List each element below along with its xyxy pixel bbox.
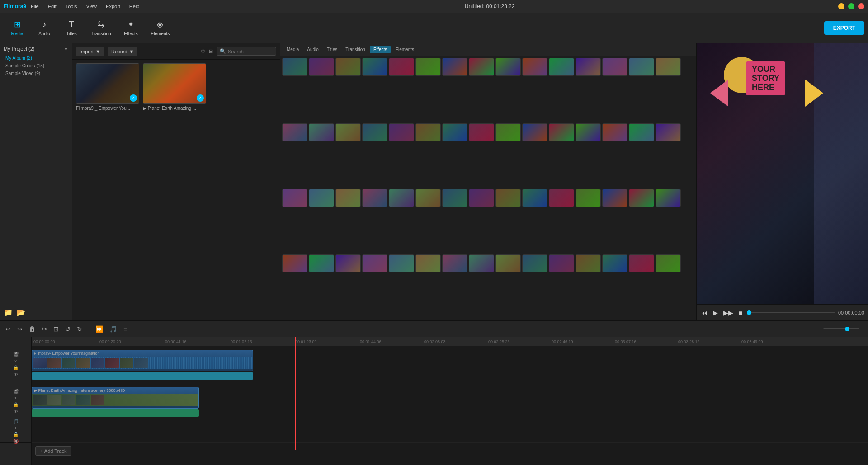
track-2-eye-icon[interactable]: 👁	[14, 372, 18, 377]
effect-item-8[interactable]	[495, 58, 521, 76]
project-header[interactable]: My Project (2) ▼	[0, 43, 72, 54]
export-button[interactable]: EXPORT	[824, 21, 864, 35]
effect-item-52[interactable]	[469, 254, 494, 272]
search-input[interactable]	[228, 49, 273, 54]
rotate-left-button[interactable]: ↺	[63, 324, 72, 333]
prev-frame-button[interactable]: ⏮	[700, 308, 708, 317]
speed-button[interactable]: ⏩	[94, 324, 105, 333]
effect-item-14[interactable]	[656, 58, 681, 76]
toolbar-media[interactable]: ⊞ Media	[4, 17, 31, 39]
effect-item-16[interactable]	[309, 123, 334, 141]
effect-item-13[interactable]	[629, 58, 654, 76]
effect-item-36[interactable]	[442, 189, 467, 207]
toolbar-elements[interactable]: ◈ Elements	[145, 17, 176, 39]
grid-icon[interactable]: ⊞	[209, 48, 213, 54]
effect-item-54[interactable]	[522, 254, 547, 272]
effect-item-17[interactable]	[335, 123, 361, 141]
effect-item-42[interactable]	[602, 189, 627, 207]
effect-item-10[interactable]	[549, 58, 574, 76]
effect-item-20[interactable]	[415, 123, 441, 141]
menu-export[interactable]: Export	[104, 3, 122, 10]
play-forward-button[interactable]: ▶▶	[722, 308, 734, 317]
effect-item-56[interactable]	[576, 254, 601, 272]
effect-item-46[interactable]	[309, 254, 334, 272]
stop-button[interactable]: ■	[738, 308, 743, 317]
minimize-button[interactable]	[838, 3, 844, 9]
effect-item-15[interactable]	[282, 123, 307, 141]
effect-item-3[interactable]	[362, 58, 387, 76]
effect-item-59[interactable]	[656, 254, 681, 272]
effect-item-31[interactable]	[309, 189, 334, 207]
tab-elements[interactable]: Elements	[392, 46, 418, 53]
media-item-2[interactable]: ✓ ▶ Planet Earth Amazing ...	[143, 63, 206, 111]
effect-item-5[interactable]	[415, 58, 441, 76]
effect-item-25[interactable]	[549, 123, 574, 141]
effect-item-50[interactable]	[415, 254, 441, 272]
tab-transition[interactable]: Transition	[342, 46, 369, 53]
tab-audio[interactable]: Audio	[303, 46, 322, 53]
tab-media[interactable]: Media	[283, 46, 302, 53]
crop-button[interactable]: ⊡	[52, 324, 61, 333]
effect-item-24[interactable]	[522, 123, 547, 141]
effect-item-57[interactable]	[602, 254, 627, 272]
zoom-slider[interactable]	[823, 328, 859, 329]
effect-item-18[interactable]	[362, 123, 387, 141]
effect-item-9[interactable]	[522, 58, 547, 76]
toolbar-titles[interactable]: T Titles	[58, 17, 85, 39]
effect-item-40[interactable]	[549, 189, 574, 207]
effect-item-45[interactable]	[282, 254, 307, 272]
clip-track2-main[interactable]: Filmora9- Empower YourImagination	[32, 350, 253, 371]
redo-button[interactable]: ↪	[15, 324, 24, 333]
audio-mute-icon[interactable]: 🔇	[13, 439, 19, 444]
zoom-out-icon[interactable]: −	[818, 326, 821, 332]
effect-item-33[interactable]	[362, 189, 387, 207]
effect-item-30[interactable]	[282, 189, 307, 207]
effect-item-0[interactable]	[282, 58, 307, 76]
delete-button[interactable]: 🗑	[27, 324, 37, 333]
effect-item-7[interactable]	[469, 58, 494, 76]
effect-item-43[interactable]	[629, 189, 654, 207]
effect-item-41[interactable]	[576, 189, 601, 207]
list-button[interactable]: ≡	[122, 324, 129, 333]
effect-item-22[interactable]	[469, 123, 494, 141]
toolbar-effects[interactable]: ✦ Effects	[118, 17, 145, 39]
undo-button[interactable]: ↩	[4, 324, 13, 333]
track-1-eye-icon[interactable]: 👁	[14, 409, 18, 414]
close-button[interactable]	[858, 3, 864, 9]
effect-item-51[interactable]	[442, 254, 467, 272]
effect-item-48[interactable]	[362, 254, 387, 272]
add-track-button[interactable]: + Add Track	[35, 446, 71, 456]
effect-item-58[interactable]	[629, 254, 654, 272]
effect-item-2[interactable]	[335, 58, 361, 76]
cut-button[interactable]: ✂	[40, 324, 49, 333]
open-folder-icon[interactable]: 📂	[16, 308, 25, 317]
effect-item-44[interactable]	[656, 189, 681, 207]
effect-item-53[interactable]	[495, 254, 521, 272]
track-2-lock-icon[interactable]: 🔒	[13, 365, 19, 370]
effect-item-47[interactable]	[335, 254, 361, 272]
preview-progress[interactable]	[747, 312, 834, 313]
effect-item-55[interactable]	[549, 254, 574, 272]
effect-item-32[interactable]	[335, 189, 361, 207]
rotate-right-button[interactable]: ↻	[75, 324, 84, 333]
menu-edit[interactable]: Edit	[46, 3, 58, 10]
effect-item-38[interactable]	[495, 189, 521, 207]
new-folder-icon[interactable]: 📁	[4, 308, 13, 317]
effect-item-11[interactable]	[576, 58, 601, 76]
tab-titles[interactable]: Titles	[323, 46, 341, 53]
effect-item-6[interactable]	[442, 58, 467, 76]
toolbar-transition[interactable]: ⇆ Transition	[85, 17, 118, 39]
effect-item-49[interactable]	[389, 254, 414, 272]
maximize-button[interactable]	[848, 3, 854, 9]
record-button[interactable]: Record ▼	[108, 47, 137, 56]
project-sample-video[interactable]: Sample Video (9)	[4, 70, 68, 77]
menu-file[interactable]: File	[29, 3, 41, 10]
toolbar-audio[interactable]: ♪ Audio	[31, 17, 58, 39]
project-album[interactable]: My Album (2)	[4, 54, 68, 62]
project-sample-colors[interactable]: Sample Colors (15)	[4, 62, 68, 70]
tab-effects[interactable]: Effects	[370, 46, 391, 53]
effect-item-27[interactable]	[602, 123, 627, 141]
audio-mix-button[interactable]: 🎵	[108, 324, 119, 333]
effect-item-26[interactable]	[576, 123, 601, 141]
zoom-in-icon[interactable]: +	[861, 326, 864, 332]
